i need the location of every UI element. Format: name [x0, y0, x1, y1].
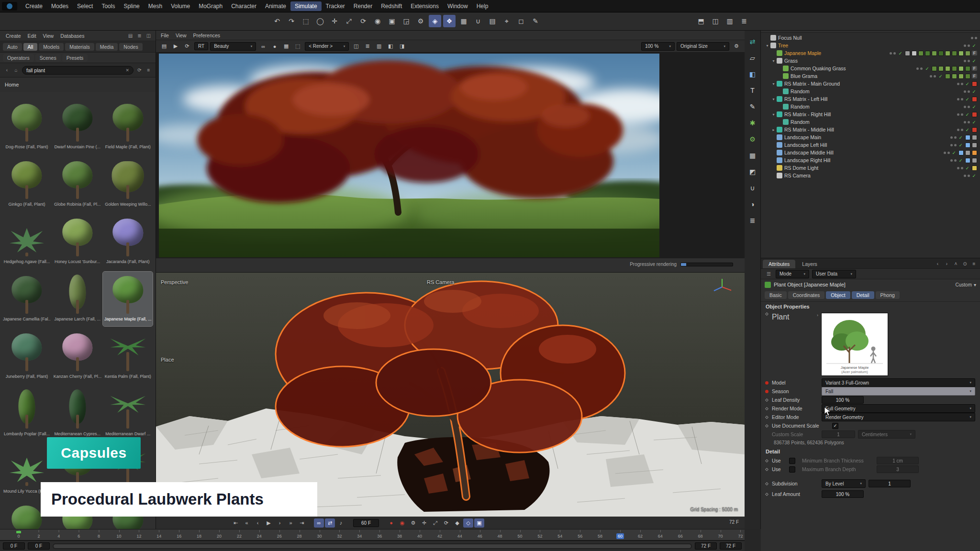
- layout-split-icon[interactable]: ◫: [709, 15, 722, 27]
- range-start-field[interactable]: 0 F: [3, 542, 25, 550]
- record-position-toggle[interactable]: ✛: [419, 518, 429, 528]
- visibility-dot[interactable]: [916, 67, 919, 70]
- filter-tab-media[interactable]: Media: [96, 43, 118, 51]
- sound-toggle[interactable]: ♪: [336, 518, 346, 528]
- layout-console-icon[interactable]: ≣: [738, 15, 750, 27]
- object-row-random[interactable]: Random✓: [761, 118, 980, 126]
- subdivision-field[interactable]: 1: [869, 480, 911, 487]
- timeline-frame-58[interactable]: 58: [596, 533, 604, 539]
- tag-chip[interactable]: [972, 158, 977, 163]
- menubar-item-mograph[interactable]: MoGraph: [194, 1, 227, 11]
- asset-item-kanzan-cherry-fall-pl[interactable]: Kanzan Cherry (Fall, Pl...: [53, 329, 102, 384]
- viewport-camera-label[interactable]: RS Camera: [427, 279, 454, 285]
- tag-chip[interactable]: [958, 51, 964, 56]
- object-row-focus-null[interactable]: Focus Null: [761, 34, 980, 42]
- use-max-branch-checkbox[interactable]: [789, 466, 795, 473]
- visibility-dot[interactable]: [961, 167, 963, 169]
- tag-chip[interactable]: [952, 66, 957, 71]
- visibility-dot[interactable]: [968, 44, 970, 47]
- expand-caret-icon[interactable]: ▾: [771, 59, 776, 63]
- visibility-dot[interactable]: [961, 129, 963, 131]
- object-row-tree[interactable]: ▾Tree✓: [761, 42, 980, 49]
- menubar-item-mesh[interactable]: Mesh: [144, 1, 167, 11]
- plane-icon[interactable]: ▱: [746, 52, 759, 64]
- plant-preview-thumbnail[interactable]: Japanese Maple (Acer palmatum): [821, 313, 888, 376]
- asset-item-mediterranean-dwarf[interactable]: Mediterranean Dwarf ...: [103, 386, 153, 441]
- timeline-frame-64[interactable]: 64: [657, 533, 664, 539]
- rv-link-icon[interactable]: ∞: [258, 42, 268, 51]
- leaf-density-field[interactable]: 100 %: [822, 396, 864, 404]
- render-pass-dropdown[interactable]: Beauty▾: [210, 42, 256, 51]
- browser-menu-icon[interactable]: ≡: [145, 66, 153, 74]
- category-tab-presets[interactable]: Presets: [62, 54, 88, 62]
- volume-icon[interactable]: ▦: [746, 149, 759, 162]
- anim-dot[interactable]: [765, 467, 768, 471]
- menubar-item-help[interactable]: Help: [472, 1, 493, 11]
- expand-caret-icon[interactable]: ▾: [771, 82, 776, 86]
- enabled-check-icon[interactable]: ✓: [972, 173, 976, 178]
- visibility-dot[interactable]: [954, 144, 957, 146]
- expand-caret-icon[interactable]: ▸: [771, 128, 776, 132]
- timeline-frame-24[interactable]: 24: [256, 533, 263, 539]
- visibility-dot[interactable]: [964, 90, 966, 93]
- rotate-icon[interactable]: ⟳: [357, 15, 369, 27]
- ab-grid-view-icon[interactable]: ▤: [126, 32, 134, 40]
- expand-caret-icon[interactable]: ▾: [771, 97, 776, 101]
- attr-up-icon[interactable]: ˄: [952, 260, 960, 267]
- visibility-dot[interactable]: [968, 121, 970, 123]
- menubar-item-extensions[interactable]: Extensions: [406, 1, 443, 11]
- refresh-icon[interactable]: ⟳: [135, 66, 144, 74]
- asset-item-field-maple-fall-plant[interactable]: Field Maple (Fall, Plant): [103, 99, 153, 154]
- enabled-check-icon[interactable]: ✓: [972, 104, 976, 110]
- tag-chip[interactable]: [925, 51, 930, 56]
- object-row-common-quaking-grass[interactable]: Common Quaking Grass✓F: [761, 65, 980, 72]
- tag-chip[interactable]: [972, 127, 977, 132]
- editor-mode-dropdown[interactable]: Render Geometry▾: [822, 413, 975, 421]
- attribute-tab-basic[interactable]: Basic: [765, 291, 787, 299]
- timeline-frame-6[interactable]: 6: [76, 533, 81, 539]
- asset-item-kentia-palm-fall-plant[interactable]: Kentia Palm (Fall, Plant): [103, 329, 153, 384]
- rv-snapshot-list-icon[interactable]: ▥: [374, 42, 384, 51]
- category-tab-operators[interactable]: Operators: [3, 54, 34, 62]
- object-row-blue-grama[interactable]: Blue Grama✓F: [761, 72, 980, 80]
- tag-chip[interactable]: [952, 51, 957, 56]
- asset-item-japanese-maple-fall[interactable]: Japanese Maple (Fall, ...: [103, 272, 153, 326]
- custom-preset-dropdown[interactable]: Custom▾: [956, 282, 976, 287]
- timeline-frame-68[interactable]: 68: [697, 533, 704, 539]
- visibility-dot[interactable]: [947, 152, 950, 154]
- axis-gizmo[interactable]: [711, 277, 733, 297]
- layout-render-icon[interactable]: ⬒: [695, 15, 707, 27]
- tag-chip[interactable]: [972, 81, 977, 87]
- model-dropdown[interactable]: Variant 3 Full-Grown▾: [822, 378, 975, 387]
- enabled-check-icon[interactable]: ✓: [972, 120, 976, 125]
- timeline-frame-2[interactable]: 2: [36, 533, 41, 539]
- visibility-dot[interactable]: [890, 52, 892, 55]
- asset-menu-create[interactable]: Create: [3, 32, 24, 40]
- rv-compare-icon[interactable]: ◫: [351, 42, 361, 51]
- asset-item-dog-rose-fall-plant[interactable]: Dog-Rose (Fall, Plant): [2, 99, 52, 154]
- render-view-icon[interactable]: ▣: [386, 15, 398, 27]
- visibility-dot[interactable]: [964, 121, 966, 123]
- rt-toggle-button[interactable]: RT: [194, 42, 208, 50]
- enabled-check-icon[interactable]: ✓: [966, 127, 969, 132]
- axis-mode-icon[interactable]: ⌖: [501, 15, 513, 27]
- autokey-button[interactable]: ◉: [397, 518, 407, 528]
- rv-render-icon[interactable]: ▶: [170, 42, 181, 51]
- viewport-splitter[interactable]: Progressive rendering: [156, 258, 745, 273]
- min-branch-field[interactable]: 1 cm: [877, 457, 919, 464]
- render-settings-icon[interactable]: ⚙: [414, 15, 427, 27]
- menubar-item-character[interactable]: Character: [227, 1, 261, 11]
- timeline-frame-60[interactable]: 60: [616, 533, 624, 539]
- tag-chip[interactable]: [938, 66, 944, 71]
- rv-region-icon[interactable]: ⬚: [292, 42, 303, 51]
- filter-tab-models[interactable]: Models: [39, 43, 64, 51]
- timeline-frame-62[interactable]: 62: [636, 533, 644, 539]
- timeline-frame-70[interactable]: 70: [716, 533, 724, 539]
- record-parameter-toggle[interactable]: ◆: [452, 518, 462, 528]
- object-row-rs-dome-light[interactable]: RS Dome Light✓: [761, 164, 980, 172]
- tag-chip[interactable]: [972, 165, 977, 171]
- leaf-amount-field[interactable]: 100 %: [822, 490, 864, 498]
- rv-sync-icon[interactable]: ⟳: [182, 42, 192, 51]
- breadcrumb[interactable]: Home: [0, 77, 156, 92]
- enabled-check-icon[interactable]: ✓: [952, 150, 956, 155]
